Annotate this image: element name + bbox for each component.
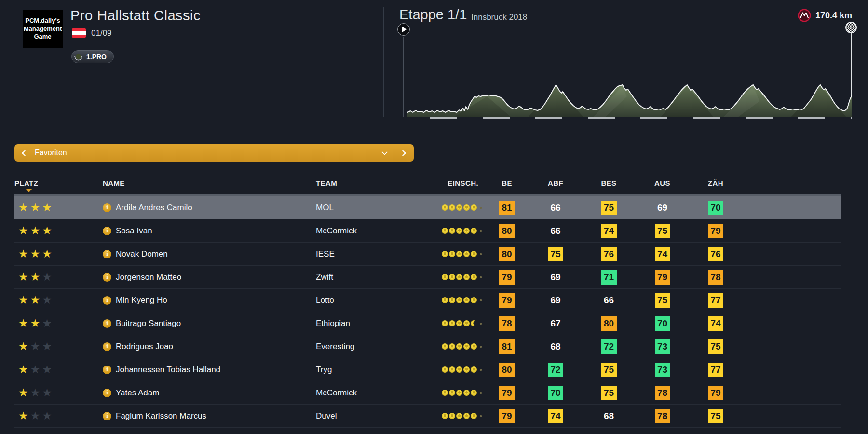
column-header-be[interactable]: BE — [485, 179, 529, 187]
rider-name: Sosa Ivan — [116, 226, 152, 236]
logo-line: Management — [24, 25, 62, 33]
stat-zaeh: 77 — [689, 363, 742, 377]
stat-abf: 66 — [529, 224, 582, 238]
favorites-bar[interactable]: Favoriten — [14, 144, 414, 162]
info-icon[interactable]: i — [103, 273, 111, 282]
table-row[interactable]: ★★★ i Faglum Karlsson Marcus Duvel 79 74… — [14, 405, 841, 428]
stat-zaeh: 77 — [689, 293, 742, 308]
table-row[interactable]: ★★★ i Jorgenson Matteo Zwift 79 69 71 79… — [14, 266, 841, 289]
austria-flag-icon — [72, 28, 86, 38]
stat-abf: 69 — [529, 270, 582, 285]
stat-bes: 75 — [582, 201, 636, 215]
table-row[interactable]: ★★★ i Rodrigues Joao Everesting 81 68 72… — [14, 335, 841, 358]
column-header-abf[interactable]: ABF — [529, 179, 582, 187]
stat-aus: 78 — [636, 409, 689, 423]
chevron-right-icon[interactable] — [400, 150, 406, 156]
einsch-dots — [436, 390, 485, 396]
star-rating: ★★★ — [14, 364, 89, 375]
stat-abf: 75 — [529, 247, 582, 261]
stat-zaeh: 79 — [689, 386, 742, 400]
table-row[interactable]: ★★★ i Novak Domen IESE 80 75 76 74 76 — [14, 243, 841, 266]
stat-bes: 76 — [582, 247, 636, 261]
star-rating: ★★★ — [14, 271, 89, 283]
info-icon[interactable]: i — [103, 250, 111, 258]
stat-be: 80 — [485, 247, 529, 261]
rider-name: Rodrigues Joao — [116, 342, 173, 352]
stat-bes: 72 — [582, 339, 636, 354]
stat-be: 80 — [485, 363, 529, 377]
stat-bes: 75 — [582, 363, 636, 377]
stat-aus: 75 — [636, 293, 689, 308]
rider-name: Novak Domen — [116, 249, 168, 259]
stat-abf: 70 — [529, 386, 582, 400]
stat-be: 78 — [485, 316, 529, 331]
stat-be: 81 — [485, 201, 529, 215]
star-rating: ★★★ — [14, 225, 89, 236]
table-row[interactable]: ★★★ i Sosa Ivan McCormick 80 66 74 75 79 — [14, 219, 841, 243]
column-header-zaeh[interactable]: ZÄH — [689, 179, 742, 187]
stat-zaeh: 74 — [689, 316, 742, 331]
einsch-dots — [436, 366, 485, 373]
info-icon[interactable]: i — [103, 227, 111, 235]
start-marker-line — [403, 37, 404, 117]
stat-abf: 69 — [529, 293, 582, 308]
elevation-profile-chart — [405, 24, 856, 119]
table-row[interactable]: ★★★ i Yates Adam McCormick 79 70 75 78 7… — [14, 381, 841, 405]
info-icon[interactable]: i — [103, 319, 111, 328]
stat-be: 79 — [485, 386, 529, 400]
stage-location: Innsbruck 2018 — [471, 13, 527, 22]
info-icon[interactable]: i — [103, 412, 111, 420]
favorites-table: PLATZ NAME TEAM EINSCH. BE ABF BES AUS Z… — [14, 171, 841, 428]
table-row[interactable]: ★★★ i Ardila Andres Camilo MOL 81 66 75 … — [14, 196, 841, 219]
star-rating: ★★★ — [14, 248, 89, 259]
stat-bes: 74 — [582, 224, 636, 238]
team-name: McCormick — [316, 226, 436, 236]
stat-zaeh: 76 — [689, 247, 742, 261]
team-name: Everesting — [316, 342, 436, 352]
category-label: 1.PRO — [86, 53, 107, 61]
stat-bes: 68 — [582, 409, 636, 423]
stat-bes: 66 — [582, 293, 636, 308]
stage-title: Etappe 1/1 — [399, 7, 467, 23]
table-row[interactable]: ★★★ i Buitrago Santiago Ethiopian 78 67 … — [14, 312, 841, 335]
stat-zaeh: 70 — [689, 201, 742, 215]
team-name: Ethiopian — [316, 319, 436, 328]
rider-name: Ardila Andres Camilo — [116, 203, 192, 213]
column-header-bes[interactable]: BES — [582, 179, 636, 187]
star-rating: ★★★ — [14, 387, 89, 398]
pcm-daily-logo: PCM.daily's Management Game — [23, 10, 63, 48]
column-header-team[interactable]: TEAM — [316, 179, 436, 187]
table-row[interactable]: ★★★ i Johannessen Tobias Halland Tryg 80… — [14, 358, 841, 381]
einsch-dots — [436, 413, 485, 419]
logo-line: PCM.daily's — [25, 17, 60, 25]
favorites-label: Favoriten — [35, 149, 67, 157]
info-icon[interactable]: i — [103, 342, 111, 351]
table-row[interactable]: ★★★ i Min Kyeng Ho Lotto 79 69 66 75 77 — [14, 289, 841, 312]
stat-bes: 80 — [582, 316, 636, 331]
chevron-left-icon[interactable] — [22, 150, 28, 156]
info-icon[interactable]: i — [103, 389, 111, 397]
stat-be: 79 — [485, 270, 529, 285]
stat-aus: 73 — [636, 363, 689, 377]
info-icon[interactable]: i — [103, 296, 111, 305]
column-header-einsch[interactable]: EINSCH. — [436, 179, 485, 187]
stat-zaeh: 75 — [689, 339, 742, 354]
info-icon[interactable]: i — [103, 203, 111, 212]
laurel-wreath-icon — [74, 52, 83, 61]
info-icon[interactable]: i — [103, 366, 111, 374]
table-header-row: PLATZ NAME TEAM EINSCH. BE ABF BES AUS Z… — [14, 171, 841, 194]
star-rating: ★★★ — [14, 341, 89, 352]
stat-aus: 73 — [636, 339, 689, 354]
stat-abf: 72 — [529, 363, 582, 377]
team-name: MOL — [316, 203, 436, 213]
column-header-name[interactable]: NAME — [89, 179, 316, 187]
column-header-platz[interactable]: PLATZ — [14, 179, 89, 187]
star-rating: ★★★ — [14, 202, 89, 213]
column-header-aus[interactable]: AUS — [636, 179, 689, 187]
stat-be: 79 — [485, 293, 529, 308]
chevron-down-icon[interactable] — [381, 149, 388, 155]
stage-edition: 01/09 — [91, 28, 112, 38]
star-rating: ★★★ — [14, 410, 89, 421]
stat-aus: 79 — [636, 270, 689, 285]
einsch-dots — [436, 274, 485, 280]
